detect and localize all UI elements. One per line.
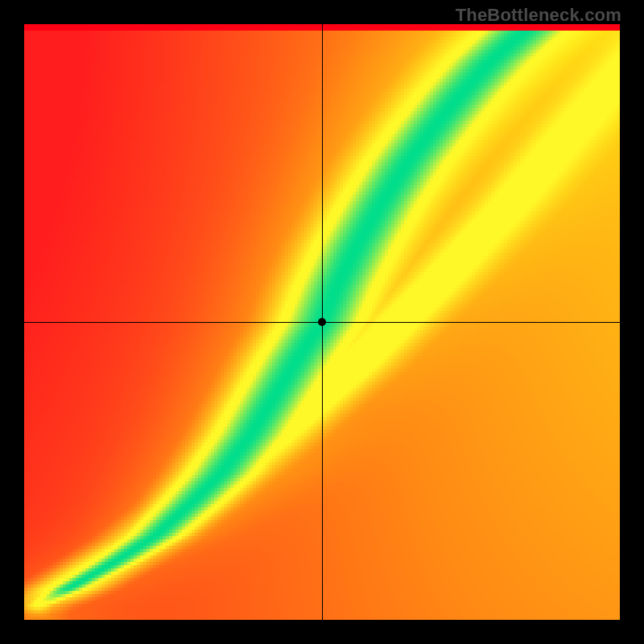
chart-frame: TheBottleneck.com xyxy=(0,0,644,644)
heatmap-plot xyxy=(24,24,620,620)
watermark-label: TheBottleneck.com xyxy=(456,5,621,26)
crosshair-overlay xyxy=(24,24,620,620)
